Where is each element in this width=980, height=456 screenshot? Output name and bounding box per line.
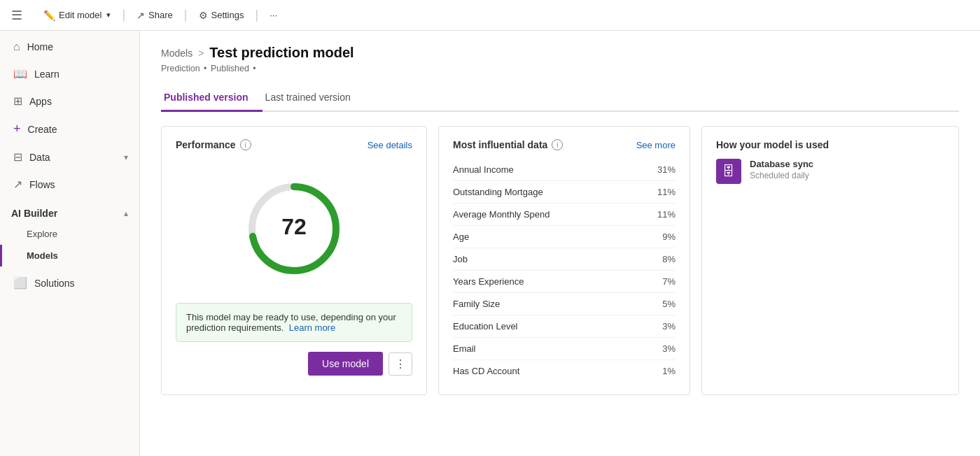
data-label: Outstanding Mortgage (453, 187, 543, 197)
performance-title: Performance (176, 139, 236, 150)
edit-model-button[interactable]: ✏️ Edit model ▾ (36, 6, 118, 24)
performance-card: Performance i See details 72 (161, 126, 427, 395)
performance-card-header: Performance i See details (176, 139, 412, 150)
more-options-button[interactable]: ··· (262, 6, 284, 24)
gauge-score: 72 (281, 214, 307, 239)
learn-more-link[interactable]: Learn more (289, 322, 335, 333)
data-pct: 3% (662, 343, 676, 354)
cards-row: Performance i See details 72 (161, 126, 959, 395)
sidebar-item-learn[interactable]: 📖 Learn (0, 60, 139, 87)
sidebar-item-apps[interactable]: ⊞ Apps (0, 87, 139, 115)
edit-icon: ✏️ (43, 10, 55, 21)
ai-builder-toggle[interactable]: AI Builder ▴ (0, 204, 139, 223)
separator3: | (255, 8, 258, 22)
sidebar-item-flows[interactable]: ↗ Flows (0, 171, 139, 198)
sidebar-item-solutions[interactable]: ⬜ Solutions (0, 269, 139, 297)
learn-icon: 📖 (13, 67, 27, 80)
breadcrumb: Models > Test prediction model (161, 45, 959, 61)
influential-info-icon[interactable]: i (552, 139, 563, 150)
data-label: Has CD Account (453, 366, 519, 376)
usage-item: 🗄 Database sync Scheduled daily (716, 159, 944, 184)
more-icon: ⋮ (395, 358, 406, 370)
separator2: | (184, 8, 188, 22)
action-row: Use model ⋮ (176, 352, 412, 376)
influential-card-header: Most influential data i See more (453, 139, 676, 150)
data-pct: 5% (662, 299, 676, 309)
sidebar-item-data[interactable]: ⊟ Data ▾ (0, 143, 139, 171)
data-row: Average Monthly Spend11% (453, 204, 676, 226)
home-icon: ⌂ (13, 41, 20, 53)
sidebar-item-home[interactable]: ⌂ Home (0, 34, 139, 60)
see-more-link[interactable]: See more (636, 140, 676, 150)
influential-title-group: Most influential data i (453, 139, 563, 150)
data-pct: 9% (662, 231, 676, 242)
data-icon: ⊟ (13, 150, 22, 164)
data-pct: 11% (657, 209, 676, 220)
data-pct: 3% (662, 321, 676, 332)
gauge-container: 72 (176, 159, 412, 292)
usage-item-name: Database sync (750, 159, 813, 169)
topbar: ☰ ✏️ Edit model ▾ | ↗ Share | ⚙ Settings… (0, 0, 980, 31)
data-label: Annual Income (453, 164, 514, 175)
data-row: Job8% (453, 248, 676, 271)
model-meta: Prediction • Published • (161, 64, 959, 73)
performance-info-icon[interactable]: i (240, 139, 251, 150)
see-details-link[interactable]: See details (368, 140, 412, 150)
usage-card: How your model is used 🗄 Database sync S… (701, 126, 959, 395)
data-label: Job (453, 254, 468, 264)
data-row: Email3% (453, 338, 676, 360)
flows-icon: ↗ (13, 178, 22, 191)
data-row: Has CD Account1% (453, 360, 676, 382)
info-box: This model may be ready to use, dependin… (176, 303, 412, 342)
data-pct: 31% (657, 164, 676, 175)
tab-last-trained-version[interactable]: Last trained version (262, 86, 365, 112)
more-actions-button[interactable]: ⋮ (388, 352, 412, 376)
sidebar-item-create[interactable]: + Create (0, 115, 139, 143)
usage-title: How your model is used (716, 139, 829, 150)
data-row: Age9% (453, 226, 676, 248)
apps-icon: ⊞ (13, 94, 22, 108)
data-label: Age (453, 231, 469, 242)
usage-item-subtitle: Scheduled daily (750, 171, 813, 180)
data-row: Family Size5% (453, 293, 676, 315)
sidebar: ⌂ Home 📖 Learn ⊞ Apps + Create ⊟ Data ▾ … (0, 31, 140, 456)
chevron-down-icon: ▾ (124, 152, 128, 162)
tab-bar: Published version Last trained version (161, 86, 959, 112)
database-icon: 🗄 (722, 164, 735, 179)
page-title: Test prediction model (209, 45, 354, 61)
data-row: Outstanding Mortgage11% (453, 181, 676, 204)
chevron-down-icon: ▾ (106, 10, 111, 20)
separator: | (122, 8, 125, 22)
sidebar-item-models[interactable]: Models (0, 245, 139, 266)
data-pct: 1% (662, 366, 676, 376)
data-label: Average Monthly Spend (453, 209, 550, 220)
settings-button[interactable]: ⚙ Settings (192, 6, 251, 24)
topbar-actions: ✏️ Edit model ▾ | ↗ Share | ⚙ Settings |… (36, 6, 284, 24)
data-pct: 11% (657, 187, 676, 197)
data-label: Family Size (453, 299, 500, 309)
influential-data-list: Annual Income31%Outstanding Mortgage11%A… (453, 159, 676, 382)
data-label: Education Level (453, 321, 518, 332)
main-content: Models > Test prediction model Predictio… (140, 31, 980, 456)
data-pct: 8% (662, 254, 676, 264)
solutions-icon: ⬜ (13, 276, 27, 290)
use-model-button[interactable]: Use model (308, 352, 383, 376)
tab-published-version[interactable]: Published version (161, 86, 262, 112)
menu-icon[interactable]: ☰ (11, 8, 22, 23)
data-label: Years Experience (453, 276, 524, 287)
settings-icon: ⚙ (199, 10, 208, 21)
create-icon: + (13, 122, 21, 136)
usage-card-header: How your model is used (716, 139, 944, 150)
usage-details: Database sync Scheduled daily (750, 159, 813, 180)
influential-title: Most influential data (453, 139, 547, 150)
sidebar-item-explore[interactable]: Explore (0, 223, 139, 245)
breadcrumb-parent[interactable]: Models (161, 48, 192, 59)
database-icon-box: 🗄 (716, 159, 741, 184)
data-pct: 7% (662, 276, 676, 287)
share-button[interactable]: ↗ Share (130, 6, 180, 24)
gauge-chart: 72 (238, 173, 350, 285)
chevron-up-icon: ▴ (124, 208, 128, 218)
data-row: Annual Income31% (453, 159, 676, 181)
data-label: Email (453, 343, 476, 354)
data-row: Years Experience7% (453, 271, 676, 293)
